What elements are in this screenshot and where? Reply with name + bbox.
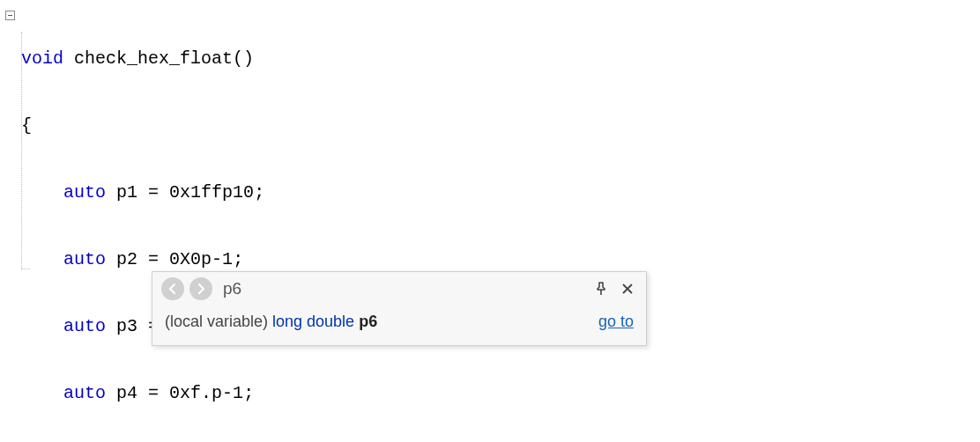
keyword: auto bbox=[63, 316, 106, 336]
tooltip-info: (local variable) long double p6 bbox=[165, 313, 598, 331]
op: = bbox=[148, 383, 159, 403]
semi: ; bbox=[243, 383, 254, 403]
function-name: check_hex_float bbox=[74, 48, 233, 69]
goto-link[interactable]: go to bbox=[598, 313, 634, 331]
paren: () bbox=[233, 48, 254, 69]
close-button[interactable] bbox=[618, 279, 637, 298]
var-name: p4 bbox=[116, 383, 137, 403]
tooltip-title: p6 bbox=[223, 279, 584, 298]
literal: 0X0p-1 bbox=[169, 249, 233, 269]
op: = bbox=[148, 249, 159, 269]
fold-toggle-icon[interactable] bbox=[5, 11, 15, 20]
pin-icon bbox=[594, 282, 608, 296]
arrow-left-icon bbox=[167, 283, 179, 295]
nav-back-button[interactable] bbox=[161, 277, 184, 300]
code-line[interactable]: auto p1 = 0x1ffp10; bbox=[19, 180, 980, 206]
quickinfo-tooltip: p6 (local variable) long double p6 go to bbox=[152, 271, 647, 346]
tooltip-body: (local variable) long double p6 go to bbox=[152, 304, 646, 345]
code-line[interactable]: auto p2 = 0X0p-1; bbox=[19, 247, 980, 273]
code-line[interactable]: void check_hex_float() bbox=[19, 46, 980, 72]
tooltip-prefix: (local variable) bbox=[165, 313, 272, 330]
code-editor: void check_hex_float() { auto p1 = 0x1ff… bbox=[0, 0, 980, 442]
tooltip-type: long double bbox=[272, 313, 354, 330]
pin-button[interactable] bbox=[591, 279, 611, 298]
gutter bbox=[0, 5, 19, 20]
close-icon bbox=[621, 283, 634, 295]
keyword: auto bbox=[63, 182, 106, 203]
tooltip-var-name: p6 bbox=[359, 313, 377, 330]
code-block[interactable]: void check_hex_float() { auto p1 = 0x1ff… bbox=[19, 5, 980, 442]
nav-forward-button[interactable] bbox=[189, 277, 212, 300]
literal: 0x1ffp10 bbox=[169, 182, 254, 203]
brace: { bbox=[21, 115, 32, 136]
var-name: p3 bbox=[116, 316, 137, 336]
semi: ; bbox=[254, 182, 264, 203]
var-name: p2 bbox=[116, 249, 137, 269]
semi: ; bbox=[233, 249, 243, 269]
arrow-right-icon bbox=[195, 283, 207, 295]
op: = bbox=[148, 182, 159, 203]
code-line[interactable]: auto p4 = 0xf.p-1; bbox=[19, 380, 980, 407]
tooltip-header: p6 bbox=[152, 272, 646, 304]
literal: 0xf.p-1 bbox=[169, 383, 243, 403]
code-line[interactable]: { bbox=[19, 113, 980, 139]
keyword: void bbox=[21, 48, 63, 69]
keyword: auto bbox=[63, 249, 106, 269]
var-name: p1 bbox=[116, 182, 137, 203]
keyword: auto bbox=[63, 383, 106, 403]
